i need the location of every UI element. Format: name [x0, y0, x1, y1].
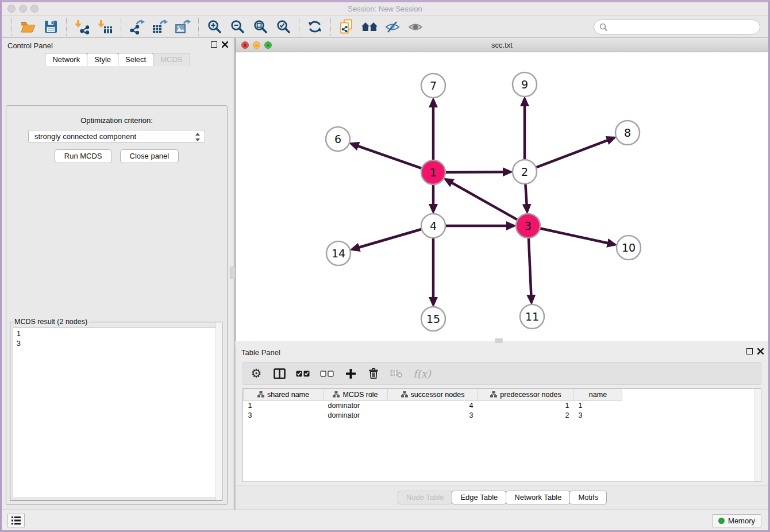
list-icon: [11, 516, 21, 525]
column-header-MCDS-role[interactable]: MCDS role: [324, 389, 388, 400]
table-tab-network-table[interactable]: Network Table: [506, 491, 570, 504]
graph-edge-1-2[interactable]: [444, 172, 510, 172]
table-cell[interactable]: 3: [388, 410, 478, 420]
hide-selected-button[interactable]: [383, 18, 402, 36]
table-cell[interactable]: dominator: [324, 400, 388, 410]
tab-select[interactable]: Select: [118, 53, 153, 66]
zoom-out-button[interactable]: [228, 18, 247, 36]
graph-edge-2-8[interactable]: [534, 138, 614, 168]
memory-label: Memory: [728, 516, 755, 525]
toolbar-separator: [11, 18, 12, 36]
deselect-all-checkboxes-icon[interactable]: [320, 366, 334, 381]
graph-node-3[interactable]: 3: [516, 214, 540, 238]
delete-table-icon[interactable]: [390, 366, 403, 381]
import-table-icon: [98, 20, 113, 34]
first-neighbors-button[interactable]: [360, 18, 379, 36]
table-cell[interactable]: 4: [388, 400, 478, 410]
tab-style[interactable]: Style: [87, 53, 118, 66]
select-all-checkboxes-icon[interactable]: [296, 366, 310, 381]
graph-edge-3-11[interactable]: [529, 236, 532, 302]
save-session-button[interactable]: [41, 18, 60, 36]
float-panel-icon[interactable]: [211, 41, 217, 48]
column-header-predecessor-nodes[interactable]: predecessor nodes: [478, 389, 574, 400]
graph-edge-3-1[interactable]: [446, 179, 519, 221]
network-view-window: x – + scc.txt 1234678910111415: [235, 38, 768, 341]
search-icon: [599, 23, 608, 32]
memory-button[interactable]: Memory: [712, 514, 761, 527]
graph-node-6[interactable]: 6: [326, 127, 350, 151]
zoom-fit-button[interactable]: [251, 18, 270, 36]
table-row[interactable]: 1dominator411: [244, 400, 622, 410]
table-cell[interactable]: 1: [244, 400, 324, 410]
graph-edge-3-10[interactable]: [538, 228, 615, 245]
control-panel-title: Control Panel: [7, 41, 53, 50]
mcds-panel: Optimization criterion: strongly connect…: [6, 105, 228, 505]
show-all-button[interactable]: [406, 18, 425, 36]
graph-edge-4-14[interactable]: [352, 229, 424, 249]
close-table-panel-icon[interactable]: [757, 348, 764, 354]
float-table-panel-icon[interactable]: [746, 348, 753, 354]
table-panel-header: Table Panel: [236, 345, 768, 360]
import-table-button[interactable]: [95, 18, 115, 36]
column-header-successor-nodes[interactable]: successor nodes: [388, 389, 478, 400]
optimization-criterion-select[interactable]: strongly connected component: [28, 130, 205, 143]
optimization-criterion-label: Optimization criterion:: [6, 116, 227, 125]
tab-mcds[interactable]: MCDS: [153, 53, 190, 66]
graph-node-2[interactable]: 2: [513, 160, 537, 184]
new-network-from-selection-button[interactable]: [337, 18, 356, 36]
tab-network[interactable]: Network: [45, 53, 87, 66]
refresh-view-button[interactable]: [305, 18, 325, 36]
column-header-shared-name[interactable]: shared name: [244, 389, 324, 400]
delete-column-icon[interactable]: [367, 366, 380, 381]
mcds-result-title: MCDS result (2 nodes): [13, 318, 89, 326]
network-canvas[interactable]: 1234678910111415: [236, 52, 769, 341]
function-builder-icon[interactable]: f(x): [413, 366, 431, 381]
graph-node-10[interactable]: 10: [617, 236, 641, 260]
graph-node-1[interactable]: 1: [421, 160, 445, 184]
table-cell[interactable]: 1: [574, 400, 622, 410]
graph-edge-2-3[interactable]: [525, 182, 527, 211]
table-cell[interactable]: 2: [478, 410, 574, 420]
table-tab-node-table[interactable]: Node Table: [398, 491, 453, 504]
mcds-result-text[interactable]: 1 3: [13, 327, 220, 498]
select-value: strongly connected component: [34, 132, 136, 141]
graph-node-9[interactable]: 9: [513, 72, 537, 97]
zoom-selected-button[interactable]: [274, 18, 293, 36]
toggle-column-view-icon[interactable]: [273, 366, 286, 381]
graph-node-14[interactable]: 14: [326, 241, 351, 265]
table-cell[interactable]: dominator: [324, 410, 388, 420]
table-scrollbar[interactable]: [754, 389, 761, 481]
mcds-result-scrollbar[interactable]: [215, 322, 222, 500]
open-file-button[interactable]: [18, 18, 37, 36]
import-network-button[interactable]: [72, 18, 92, 36]
close-panel-icon[interactable]: [222, 41, 228, 48]
export-image-button[interactable]: [173, 18, 192, 36]
task-history-button[interactable]: [7, 514, 25, 527]
close-panel-button[interactable]: Close panel: [120, 149, 179, 163]
zoom-in-button[interactable]: [205, 18, 224, 36]
table-row[interactable]: 3dominator323: [244, 410, 622, 420]
window-title: Session: New Session: [2, 5, 768, 13]
table-tab-edge-table[interactable]: Edge Table: [452, 491, 506, 504]
table-cell[interactable]: 3: [574, 410, 622, 420]
export-network-button[interactable]: [127, 18, 147, 36]
graph-node-4[interactable]: 4: [421, 214, 445, 238]
graph-node-15[interactable]: 15: [421, 307, 445, 331]
graph-node-8[interactable]: 8: [615, 121, 640, 145]
table-options-gear-icon[interactable]: ⚙: [250, 366, 263, 381]
network-window-titlebar[interactable]: x – + scc.txt: [236, 38, 768, 52]
table-tab-motifs[interactable]: Motifs: [569, 491, 607, 504]
horizontal-splitter-handle[interactable]: [495, 338, 503, 343]
column-header-name[interactable]: name: [574, 389, 622, 400]
graph-edge-1-6[interactable]: [352, 144, 424, 169]
search-input[interactable]: [608, 21, 760, 33]
graph-node-7[interactable]: 7: [421, 74, 445, 98]
table-cell[interactable]: 1: [478, 400, 574, 410]
add-column-icon[interactable]: [344, 366, 357, 381]
table-cell[interactable]: 3: [244, 410, 324, 420]
search-field[interactable]: [594, 20, 760, 34]
graph-edges[interactable]: [352, 99, 615, 304]
run-mcds-button[interactable]: Run MCDS: [55, 149, 112, 163]
export-table-button[interactable]: [150, 18, 170, 36]
graph-node-11[interactable]: 11: [520, 304, 544, 329]
